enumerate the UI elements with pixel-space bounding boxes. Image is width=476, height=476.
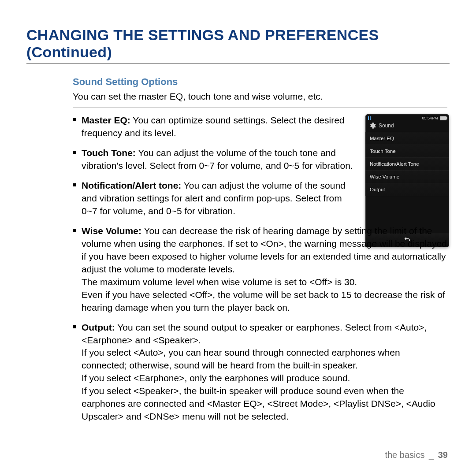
divider [73, 108, 447, 108]
bullet-text: You can set the sound output to speaker … [82, 322, 427, 345]
bullet-text: If you select <Earphone>, only the earph… [82, 372, 447, 385]
bullet-touch-tone: Touch Tone: You can adjust the volume of… [73, 147, 447, 172]
bullet-label: Notification/Alert tone: [82, 180, 181, 190]
bullet-wise-volume: Wise Volume: You can decrease the risk o… [73, 225, 447, 314]
bullet-text: Even if you have selected <Off>, the vol… [82, 289, 447, 314]
bullet-label: Output: [82, 322, 115, 332]
page-title: CHANGING THE SETTINGS AND PREFERENCES (C… [26, 26, 450, 64]
page-footer: the basics _ 39 [385, 450, 448, 460]
section-intro: You can set the master EQ, touch tone an… [73, 90, 447, 103]
bullet-label: Touch Tone: [82, 148, 136, 158]
footer-separator: _ [429, 450, 434, 460]
footer-section: the basics [385, 450, 424, 460]
bullet-text: If you select <Auto>, you can hear sound… [82, 346, 447, 372]
bullet-label: Wise Volume: [82, 226, 141, 236]
bullet-text: The maximum volume level when wise volum… [82, 276, 447, 289]
section-subtitle: Sound Setting Options [73, 76, 447, 88]
page-number: 39 [438, 450, 448, 460]
bullet-notification: Notification/Alert tone: You can adjust … [73, 179, 447, 218]
bullet-master-eq: Master EQ: You can optimize sound settin… [73, 114, 447, 140]
bullet-output: Output: You can set the sound output to … [73, 321, 447, 424]
bullet-label: Master EQ: [82, 115, 130, 125]
bullet-text: If you select <Speaker>, the built-in sp… [82, 385, 447, 423]
